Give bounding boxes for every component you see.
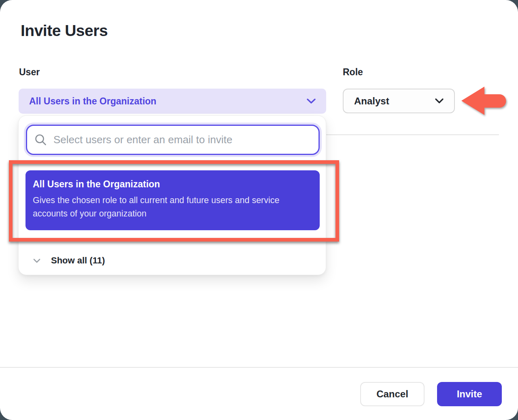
user-field-label: User — [19, 67, 40, 78]
page-title: Invite Users — [21, 22, 108, 40]
user-search-box[interactable] — [26, 125, 320, 155]
show-all-toggle[interactable]: Show all (11) — [19, 251, 326, 270]
user-select-value: All Users in the Organization — [29, 96, 307, 107]
role-select-value: Analyst — [354, 95, 435, 107]
invite-button[interactable]: Invite — [437, 382, 502, 406]
user-search-input[interactable] — [53, 134, 311, 146]
option-title: All Users in the Organization — [33, 179, 312, 190]
role-select-trigger[interactable]: Analyst — [343, 89, 455, 113]
footer-divider — [0, 367, 518, 368]
user-dropdown-panel: All Users in the Organization Gives the … — [18, 115, 326, 275]
search-icon — [34, 134, 47, 146]
invite-users-modal: Invite Users User Role All Users in the … — [0, 0, 518, 420]
chevron-down-icon — [307, 98, 316, 104]
chevron-down-icon — [435, 98, 444, 104]
user-select-trigger[interactable]: All Users in the Organization — [19, 89, 326, 114]
role-field-label: Role — [343, 67, 363, 78]
chevron-down-icon — [33, 259, 40, 263]
option-description: Gives the chosen role to all current and… — [33, 194, 312, 221]
show-all-label: Show all (11) — [51, 255, 105, 266]
form-section-divider — [326, 134, 499, 135]
option-all-users[interactable]: All Users in the Organization Gives the … — [25, 170, 320, 230]
cancel-button[interactable]: Cancel — [360, 382, 425, 406]
red-arrow-left-icon — [461, 85, 507, 118]
